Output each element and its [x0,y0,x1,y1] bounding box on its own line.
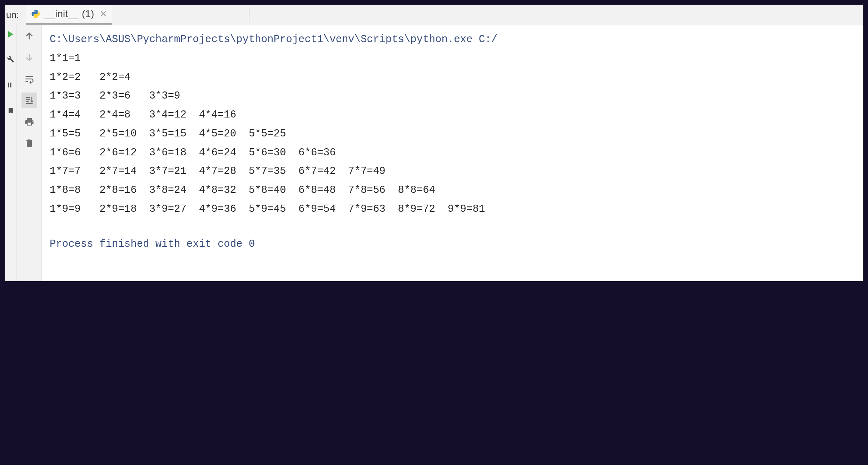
tab-label: __init__ (1) [44,8,94,20]
output-line: 1*4=4 2*4=8 3*4=12 4*4=16 [50,109,236,121]
close-icon[interactable]: ✕ [100,9,107,19]
trash-icon[interactable] [21,135,37,151]
main-area: C:\Users\ASUS\PycharmProjects\pythonProj… [5,25,863,281]
run-tool-window: un: __init__ (1) ✕ [4,4,864,282]
output-line: 1*5=5 2*5=10 3*5=15 4*5=20 5*5=25 [50,128,286,140]
svg-rect-1 [10,82,11,87]
scroll-to-end-icon[interactable] [21,92,37,108]
console-toolbar [17,25,42,281]
output-line: 1*8=8 2*8=16 3*8=24 4*8=32 5*8=40 6*8=48… [50,184,435,196]
output-line: 1*9=9 2*9=18 3*9=27 4*9=36 5*9=45 6*9=54… [50,203,485,215]
wrench-icon[interactable] [7,55,15,63]
run-label: un: [5,9,26,20]
output-line: 1*1=1 [50,52,81,64]
tab-bar: un: __init__ (1) ✕ [5,5,863,25]
exit-message: Process finished with exit code 0 [50,235,858,254]
output-line: 1*6=6 2*6=12 3*6=18 4*6=24 5*6=30 6*6=36 [50,147,336,159]
up-arrow-icon[interactable] [21,28,37,44]
soft-wrap-icon[interactable] [21,71,37,87]
console-output[interactable]: C:\Users\ASUS\PycharmProjects\pythonProj… [42,25,863,281]
left-gutter [5,25,17,281]
command-line: C:\Users\ASUS\PycharmProjects\pythonProj… [50,34,497,45]
bookmark-icon[interactable] [7,107,15,115]
bars-icon[interactable] [7,81,15,89]
print-icon[interactable] [21,114,37,130]
tab-divider [249,7,249,22]
output-line: 1*2=2 2*2=4 [50,71,130,83]
down-arrow-icon[interactable] [21,50,37,65]
svg-rect-0 [8,82,9,87]
output-line: 1*7=7 2*7=14 3*7=21 4*7=28 5*7=35 6*7=42… [50,165,386,177]
run-tab[interactable]: __init__ (1) ✕ [26,5,112,25]
python-icon [31,9,40,19]
run-icon[interactable] [8,31,13,38]
output-line: 1*3=3 2*3=6 3*3=9 [50,90,180,102]
